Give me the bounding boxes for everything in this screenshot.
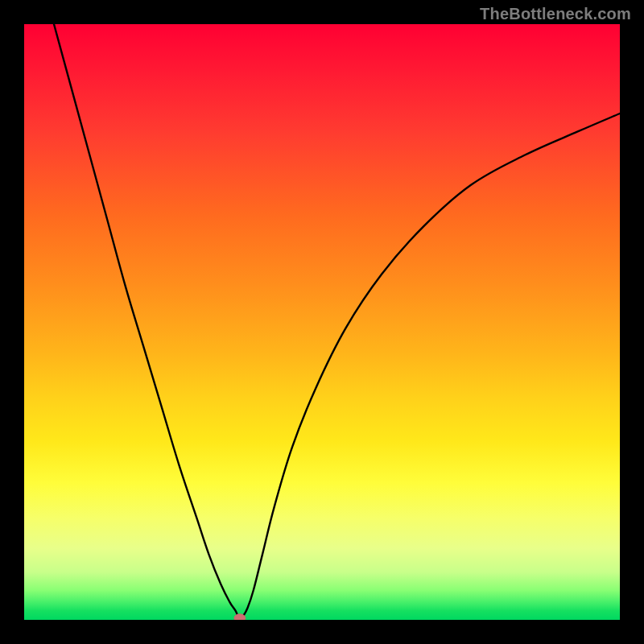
bottleneck-curve xyxy=(54,24,620,617)
minimum-marker xyxy=(234,614,246,620)
chart-svg xyxy=(24,24,620,620)
plot-area xyxy=(24,24,620,620)
watermark-text: TheBottleneck.com xyxy=(480,5,631,23)
chart-frame: TheBottleneck.com xyxy=(0,0,644,644)
